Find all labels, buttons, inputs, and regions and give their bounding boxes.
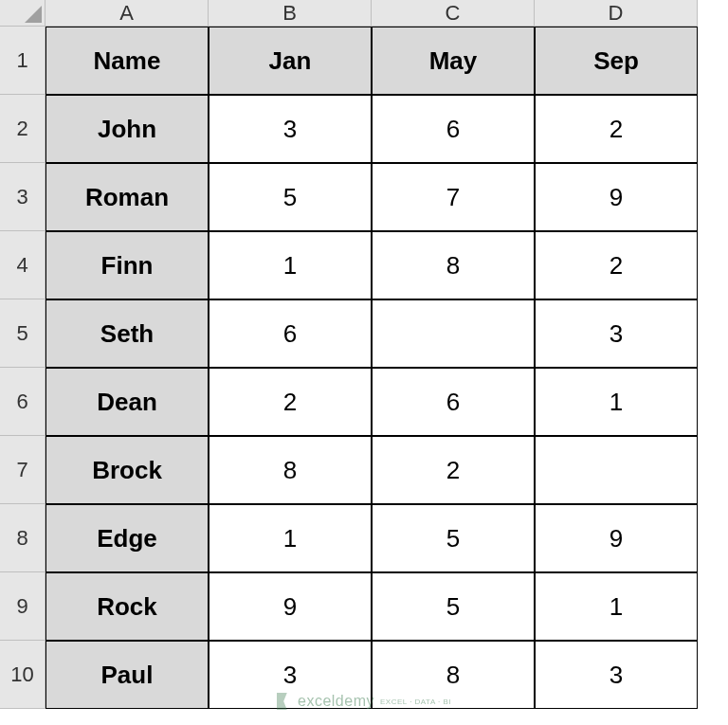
cell-C8[interactable]: 5 xyxy=(372,504,535,572)
cell-B1[interactable]: Jan xyxy=(209,27,372,95)
row-head-10[interactable]: 10 xyxy=(0,641,46,709)
cell-A6[interactable]: Dean xyxy=(46,368,209,436)
cell-A2[interactable]: John xyxy=(46,95,209,163)
cell-D5[interactable]: 3 xyxy=(535,299,698,368)
row-head-5[interactable]: 5 xyxy=(0,299,46,368)
row-head-6[interactable]: 6 xyxy=(0,368,46,436)
spreadsheet: A B C D 1 Name Jan May Sep 2 John 3 6 2 … xyxy=(0,0,728,709)
cell-B4[interactable]: 1 xyxy=(209,231,372,299)
row-head-2[interactable]: 2 xyxy=(0,95,46,163)
row-head-1[interactable]: 1 xyxy=(0,27,46,95)
cell-C9[interactable]: 5 xyxy=(372,572,535,641)
cell-C2[interactable]: 6 xyxy=(372,95,535,163)
cell-B3[interactable]: 5 xyxy=(209,163,372,231)
row-head-9[interactable]: 9 xyxy=(0,572,46,641)
cell-B9[interactable]: 9 xyxy=(209,572,372,641)
row-head-7[interactable]: 7 xyxy=(0,436,46,504)
row-head-3[interactable]: 3 xyxy=(0,163,46,231)
cell-C5[interactable] xyxy=(372,299,535,368)
cell-B2[interactable]: 3 xyxy=(209,95,372,163)
row-head-8[interactable]: 8 xyxy=(0,504,46,572)
cell-B5[interactable]: 6 xyxy=(209,299,372,368)
cell-A9[interactable]: Rock xyxy=(46,572,209,641)
cell-D8[interactable]: 9 xyxy=(535,504,698,572)
select-all-corner[interactable] xyxy=(0,0,46,27)
col-head-B[interactable]: B xyxy=(209,0,372,27)
cell-A5[interactable]: Seth xyxy=(46,299,209,368)
cell-A3[interactable]: Roman xyxy=(46,163,209,231)
cell-D4[interactable]: 2 xyxy=(535,231,698,299)
cell-D2[interactable]: 2 xyxy=(535,95,698,163)
cell-C10[interactable]: 8 xyxy=(372,641,535,709)
cell-C1[interactable]: May xyxy=(372,27,535,95)
cell-B6[interactable]: 2 xyxy=(209,368,372,436)
cell-D1[interactable]: Sep xyxy=(535,27,698,95)
cell-C7[interactable]: 2 xyxy=(372,436,535,504)
col-head-C[interactable]: C xyxy=(372,0,535,27)
cell-C6[interactable]: 6 xyxy=(372,368,535,436)
cell-C4[interactable]: 8 xyxy=(372,231,535,299)
cell-D6[interactable]: 1 xyxy=(535,368,698,436)
cell-D7[interactable] xyxy=(535,436,698,504)
cell-A4[interactable]: Finn xyxy=(46,231,209,299)
col-head-D[interactable]: D xyxy=(535,0,698,27)
cell-A1[interactable]: Name xyxy=(46,27,209,95)
cell-B10[interactable]: 3 xyxy=(209,641,372,709)
cell-B8[interactable]: 1 xyxy=(209,504,372,572)
row-head-4[interactable]: 4 xyxy=(0,231,46,299)
cell-D9[interactable]: 1 xyxy=(535,572,698,641)
col-head-A[interactable]: A xyxy=(46,0,209,27)
cell-A8[interactable]: Edge xyxy=(46,504,209,572)
cell-D3[interactable]: 9 xyxy=(535,163,698,231)
cell-C3[interactable]: 7 xyxy=(372,163,535,231)
cell-B7[interactable]: 8 xyxy=(209,436,372,504)
cell-A10[interactable]: Paul xyxy=(46,641,209,709)
cell-A7[interactable]: Brock xyxy=(46,436,209,504)
cell-D10[interactable]: 3 xyxy=(535,641,698,709)
